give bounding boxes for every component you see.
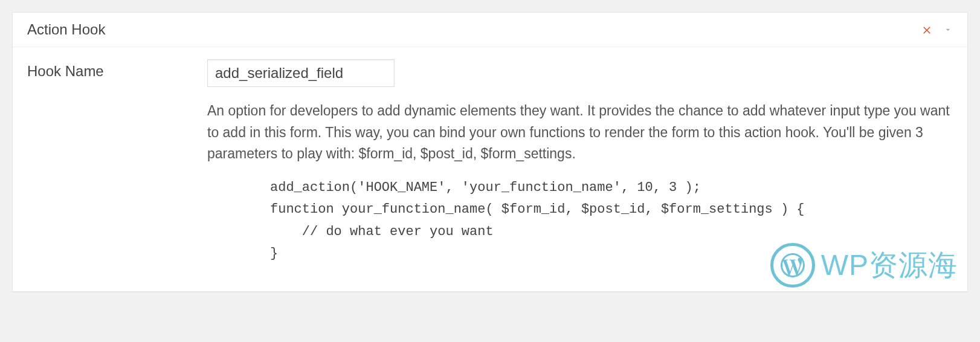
panel-body: Hook Name An option for developers to ad… [13,47,967,291]
remove-icon[interactable] [921,24,932,35]
field-control: An option for developers to add dynamic … [207,59,953,265]
panel-controls [921,24,953,35]
panel-header: Action Hook [13,13,967,47]
hook-name-input[interactable] [207,59,395,87]
toggle-collapse-icon[interactable] [943,25,953,34]
field-label: Hook Name [27,59,207,265]
action-hook-panel: Action Hook Hook Name An option for deve… [12,12,968,292]
code-sample: add_action('HOOK_NAME', 'your_function_n… [270,177,953,265]
field-description: An option for developers to add dynamic … [207,100,953,165]
panel-title: Action Hook [27,21,105,38]
